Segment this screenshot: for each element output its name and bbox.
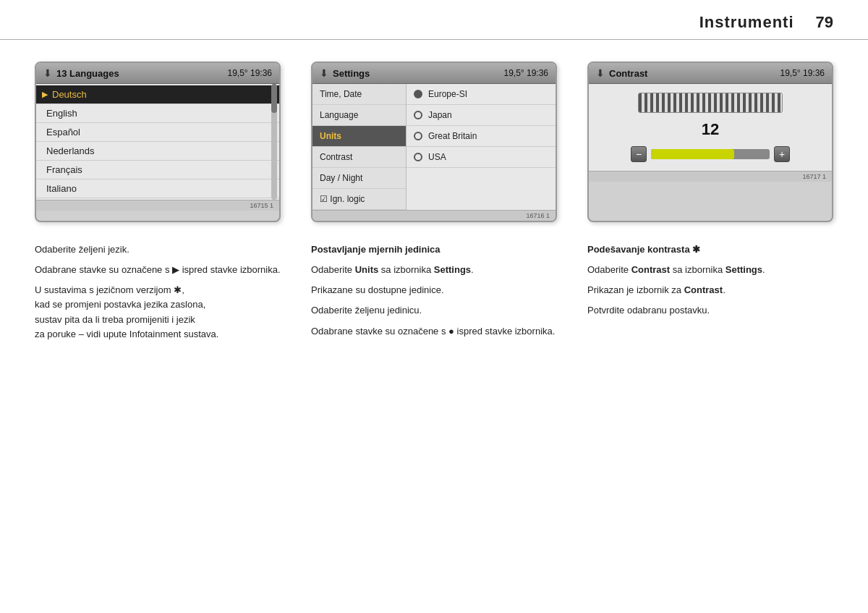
screen2-header-left: ⬇ Settings bbox=[320, 67, 370, 79]
lang-list-wrapper: ▶Deutsch English Español Nederlands Fran… bbox=[36, 84, 279, 200]
screen1-header-left: ⬇ 13 Languages bbox=[43, 67, 119, 79]
settings-menu-item[interactable]: Language bbox=[312, 105, 406, 126]
page-number: 79 bbox=[816, 13, 833, 32]
contrast-value: 12 bbox=[702, 120, 719, 139]
screen1-footer: 16715 1 bbox=[36, 200, 279, 211]
settings-menu-item[interactable]: Units bbox=[312, 126, 406, 147]
option-label: Europe-SI bbox=[428, 89, 467, 99]
desc3-p1: Odaberite Contrast sa izbornika Settings… bbox=[587, 263, 833, 277]
settings-layout: Time, DateLanguageUnitsContrastDay / Nig… bbox=[312, 84, 556, 210]
desc2-p1: Odaberite Units sa izbornika Settings. bbox=[311, 263, 557, 277]
lang-item-label: Español bbox=[46, 127, 80, 138]
lang-item[interactable]: English bbox=[36, 104, 279, 123]
radio-icon bbox=[414, 153, 422, 161]
screen1-header: ⬇ 13 Languages 19,5° 19:36 bbox=[36, 63, 279, 84]
settings-option-item[interactable]: Europe-SI bbox=[407, 84, 556, 105]
option-label: Japan bbox=[428, 110, 452, 120]
lang-item[interactable]: Italiano bbox=[36, 179, 279, 198]
settings-menu-item[interactable]: Day / Night bbox=[312, 168, 406, 189]
settings-option-item[interactable]: Japan bbox=[407, 105, 556, 126]
contrast-slider-row: − + bbox=[631, 146, 790, 162]
screen1-title: 13 Languages bbox=[56, 68, 119, 79]
screen-settings: ⬇ Settings 19,5° 19:36 Time, DateLanguag… bbox=[311, 62, 557, 222]
screen3-body: 12 − + bbox=[589, 84, 832, 171]
desc3-p3: Potvrdite odabranu postavku. bbox=[587, 303, 833, 318]
settings-option-item[interactable]: USA bbox=[407, 147, 556, 168]
desc-col-2: Postavljanje mjernih jedinica Odaberite … bbox=[311, 242, 557, 347]
slider-fill bbox=[651, 149, 734, 159]
screen2-title: Settings bbox=[333, 68, 370, 79]
desc-col-3: Podešavanje kontrasta ✱ Odaberite Contra… bbox=[587, 242, 833, 347]
settings-options: Europe-SIJapanGreat BritainUSA bbox=[407, 84, 556, 210]
screen3-footer: 16717 1 bbox=[589, 171, 832, 182]
lang-item[interactable]: Français bbox=[36, 161, 279, 179]
screenshots-row: ⬇ 13 Languages 19,5° 19:36 ▶Deutsch Engl… bbox=[35, 62, 833, 222]
screen3-icon: ⬇ bbox=[596, 67, 605, 79]
content-area: ⬇ 13 Languages 19,5° 19:36 ▶Deutsch Engl… bbox=[0, 40, 868, 362]
screen2-footer: 16716 1 bbox=[312, 210, 556, 221]
desc2-p2: Prikazane su dostupne jedinice. bbox=[311, 283, 557, 297]
lang-item-label: Italiano bbox=[46, 183, 77, 194]
screen2-icon: ⬇ bbox=[320, 67, 328, 79]
settings-menu: Time, DateLanguageUnitsContrastDay / Nig… bbox=[312, 84, 407, 210]
lang-item-label: Nederlands bbox=[46, 145, 95, 156]
lang-list: ▶Deutsch English Español Nederlands Fran… bbox=[36, 84, 279, 200]
desc3-p2: Prikazan je izbornik za Contrast. bbox=[587, 283, 833, 297]
lang-item[interactable]: Nederlands bbox=[36, 142, 279, 161]
lang-item-label: Deutsch bbox=[52, 89, 87, 100]
screen2-body: Time, DateLanguageUnitsContrastDay / Nig… bbox=[312, 84, 556, 210]
desc-col-1: Odaberite željeni jezik. Odabrane stavke… bbox=[35, 242, 281, 347]
lang-item-label: Français bbox=[46, 164, 82, 175]
screen1-icon: ⬇ bbox=[43, 67, 52, 79]
desc2-p4: Odabrane stavke su označene s ● ispred s… bbox=[311, 324, 557, 339]
screen-languages: ⬇ 13 Languages 19,5° 19:36 ▶Deutsch Engl… bbox=[35, 62, 281, 222]
screen2-status: 19,5° 19:36 bbox=[503, 68, 548, 78]
desc1-p1: Odaberite željeni jezik. bbox=[35, 242, 281, 257]
slider-track[interactable] bbox=[651, 149, 770, 159]
screen3-header-left: ⬇ Contrast bbox=[596, 67, 647, 79]
screen3-header: ⬇ Contrast 19,5° 19:36 bbox=[589, 63, 832, 84]
lang-item[interactable]: Español bbox=[36, 123, 279, 142]
contrast-pattern bbox=[638, 93, 783, 113]
lang-scrollbar-thumb bbox=[271, 84, 277, 113]
desc3-title: Podešavanje kontrasta ✱ bbox=[587, 242, 833, 257]
option-label: USA bbox=[428, 152, 446, 162]
radio-icon bbox=[414, 90, 422, 98]
screen3-title: Contrast bbox=[609, 68, 647, 79]
screen1-body: ▶Deutsch English Español Nederlands Fran… bbox=[36, 84, 279, 200]
screen-contrast: ⬇ Contrast 19,5° 19:36 12 − + bbox=[587, 62, 833, 222]
desc1-p2: Odabrane stavke su označene s ▶ ispred s… bbox=[35, 263, 281, 277]
contrast-body: 12 − + bbox=[589, 84, 832, 171]
lang-item[interactable]: ▶Deutsch bbox=[36, 85, 279, 104]
screen1-status: 19,5° 19:36 bbox=[227, 68, 272, 78]
lang-item-label: English bbox=[46, 108, 77, 119]
settings-option-item[interactable]: Great Britain bbox=[407, 126, 556, 147]
desc2-p3: Odaberite željenu jedinicu. bbox=[311, 303, 557, 318]
slider-plus-button[interactable]: + bbox=[774, 146, 790, 162]
descriptions-row: Odaberite željeni jezik. Odabrane stavke… bbox=[35, 242, 833, 347]
page-header: Instrumenti 79 bbox=[0, 0, 868, 40]
radio-icon bbox=[414, 132, 422, 140]
radio-icon bbox=[414, 111, 422, 119]
settings-menu-item[interactable]: ☑ Ign. logic bbox=[312, 189, 406, 210]
settings-menu-item[interactable]: Contrast bbox=[312, 147, 406, 168]
selected-arrow-icon: ▶ bbox=[42, 90, 48, 99]
slider-minus-button[interactable]: − bbox=[631, 146, 647, 162]
lang-scrollbar[interactable] bbox=[271, 84, 277, 200]
screen2-header: ⬇ Settings 19,5° 19:36 bbox=[312, 63, 556, 84]
desc2-title: Postavljanje mjernih jedinica bbox=[311, 242, 557, 257]
option-label: Great Britain bbox=[428, 131, 477, 141]
page-title: Instrumenti bbox=[699, 13, 794, 32]
desc1-p3: U sustavima s jezičnom verzijom ✱,kad se… bbox=[35, 283, 281, 342]
screen3-status: 19,5° 19:36 bbox=[780, 68, 825, 78]
settings-menu-item[interactable]: Time, Date bbox=[312, 84, 406, 105]
